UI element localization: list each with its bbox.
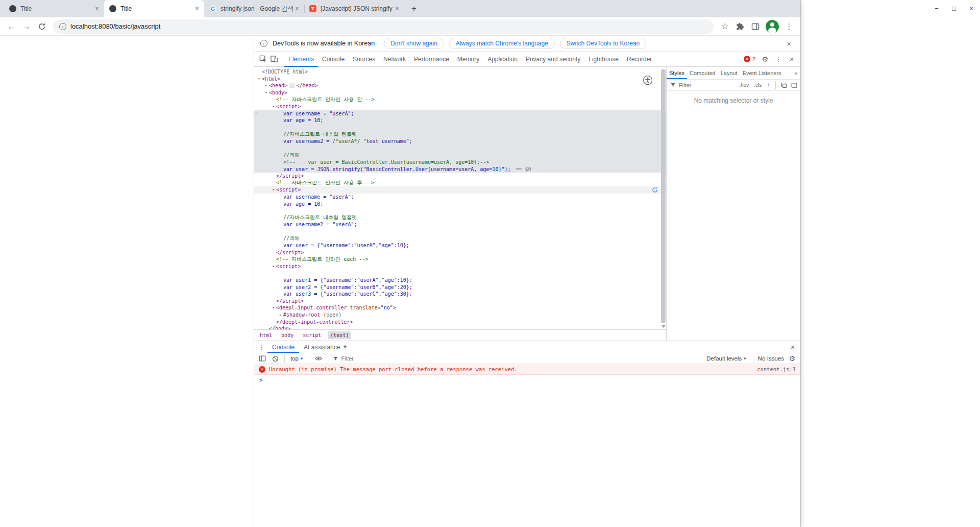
styles-tab-layout[interactable]: Layout xyxy=(718,67,740,79)
dom-tree-row[interactable]: <!-- 자바스크립트 인라인 each --> xyxy=(254,256,666,263)
device-toolbar-icon[interactable] xyxy=(268,54,280,65)
accessibility-icon[interactable] xyxy=(642,74,654,86)
forward-button[interactable]: → xyxy=(19,19,34,34)
devtools-tab-network[interactable]: Network xyxy=(379,52,410,67)
console-filter-input[interactable] xyxy=(341,355,703,362)
settings-gear-icon[interactable]: ⚙ xyxy=(760,54,771,65)
extensions-icon[interactable] xyxy=(733,19,747,34)
dom-tree-row[interactable]: </script> xyxy=(254,173,666,180)
dom-tree-row[interactable]: ▾<body> xyxy=(254,89,666,97)
error-source-link[interactable]: content.js:1 xyxy=(757,366,796,372)
tab-ai-assistance[interactable]: AI assistance xyxy=(299,341,352,353)
maximize-icon[interactable]: □ xyxy=(949,3,959,13)
styles-tab-computed[interactable]: Computed xyxy=(687,67,718,79)
browser-tab[interactable]: T[Javascript] JSON stringify 사용× xyxy=(304,0,404,17)
devtools-menu-icon[interactable]: ⋮ xyxy=(773,54,784,65)
dom-tree-row[interactable] xyxy=(254,207,666,214)
expand-arrow-icon[interactable]: ▾ xyxy=(263,90,269,95)
dom-tree-row[interactable]: //자바스크립트 내추럴 템플릿 xyxy=(254,131,666,138)
tab-close-icon[interactable]: × xyxy=(93,5,101,13)
dom-tree-row[interactable]: var age = 10; xyxy=(254,200,666,207)
infobar-button[interactable]: Always match Chrome's language xyxy=(449,38,555,49)
devtools-tab-sources[interactable]: Sources xyxy=(349,52,379,67)
drawer-menu-icon[interactable]: ⋮ xyxy=(256,342,267,353)
tab-close-icon[interactable]: × xyxy=(293,5,301,13)
layers-icon[interactable] xyxy=(780,81,788,89)
dom-tree-row[interactable] xyxy=(254,124,666,131)
new-tab-button[interactable]: + xyxy=(407,2,421,15)
devtools-close-icon[interactable]: × xyxy=(786,54,797,65)
devtools-tab-lighthouse[interactable]: Lighthouse xyxy=(584,52,623,67)
devtools-tab-console[interactable]: Console xyxy=(318,52,349,67)
dom-tree-row[interactable]: ▾<deepl-input-controller translate="no"> xyxy=(254,304,666,312)
devtools-tab-performance[interactable]: Performance xyxy=(410,52,453,67)
browser-tab[interactable]: Title× xyxy=(104,0,204,17)
devtools-tab-privacy-and-security[interactable]: Privacy and security xyxy=(522,52,584,67)
breadcrumb-item[interactable]: script xyxy=(300,331,324,339)
expand-arrow-icon[interactable]: ▾ xyxy=(271,264,276,269)
dom-tree-row[interactable]: ▸<head>…</head> xyxy=(254,82,666,89)
dom-tree-row[interactable]: var user2 = {"username":"userB","age":20… xyxy=(254,283,666,291)
dom-tree-row[interactable]: ▾<html> xyxy=(254,76,666,83)
dom-tree-row[interactable]: var user3 = {"username":"userC","age":30… xyxy=(254,291,666,298)
elements-scrollbar[interactable] xyxy=(661,69,666,330)
reload-button[interactable] xyxy=(35,19,49,34)
dom-tree-row[interactable]: </script> xyxy=(254,298,666,305)
collapse-arrow-icon[interactable]: ▸ xyxy=(278,313,283,317)
tab-close-icon[interactable]: × xyxy=(193,5,201,13)
dom-tree-row[interactable]: var username2 = /*userA*/ "test username… xyxy=(254,138,666,145)
collapse-arrow-icon[interactable]: ▸ xyxy=(263,83,269,88)
dom-tree-row[interactable]: var user = {"username":"userA","age":10}… xyxy=(254,242,666,249)
expand-arrow-icon[interactable]: ▾ xyxy=(256,77,262,81)
browser-tab[interactable]: Gstringify json - Google 검색× xyxy=(204,0,304,17)
dom-tree-row[interactable]: var user = JSON.stringify("BasicControll… xyxy=(254,165,666,173)
dom-tree-row[interactable]: var age = 10; xyxy=(254,117,666,124)
site-info-icon[interactable]: i xyxy=(59,23,66,30)
infobar-button[interactable]: Switch DevTools to Korean xyxy=(560,38,646,49)
dom-tree-row[interactable]: //객체 xyxy=(254,235,666,242)
scrollbar-thumb[interactable] xyxy=(661,69,666,323)
dom-tree-row[interactable]: <!-- 자바스크립트 인라인 사용 전 --> xyxy=(254,96,666,103)
dom-tree-row[interactable]: <!-- var user = BasicController.User(use… xyxy=(254,159,666,166)
styles-toggle-cls[interactable]: .cls xyxy=(752,82,763,88)
infobar-button[interactable]: Don't show again xyxy=(384,38,444,49)
scrollbar-down-arrow[interactable] xyxy=(662,325,666,328)
sidebar-toggle-icon[interactable] xyxy=(790,81,798,89)
browser-menu-icon[interactable]: ⋮ xyxy=(782,19,796,34)
devtools-tab-memory[interactable]: Memory xyxy=(453,52,483,67)
dom-tree-row[interactable]: ▾<script> xyxy=(254,186,666,194)
dom-tree-row[interactable]: </script> xyxy=(254,249,666,256)
dom-tree-row[interactable] xyxy=(254,228,666,235)
breadcrumb-item[interactable]: (text) xyxy=(328,331,351,339)
dom-tree-row[interactable]: ▾<script> xyxy=(254,263,666,270)
breadcrumb-item[interactable]: body xyxy=(279,331,296,339)
row-menu-icon[interactable]: ⋯ xyxy=(255,110,257,115)
console-sidebar-icon[interactable] xyxy=(257,353,268,364)
back-button[interactable]: ← xyxy=(4,19,18,34)
dom-tree-row[interactable]: ⋯var username = "userA"; xyxy=(254,110,666,117)
live-expression-eye-icon[interactable] xyxy=(313,353,324,364)
dom-tree-row[interactable]: //자바스크립트 내추럴 템플릿 xyxy=(254,214,666,221)
issues-counter[interactable]: No Issues xyxy=(758,355,784,362)
devtools-tab-elements[interactable]: Elements xyxy=(284,52,318,67)
minimize-icon[interactable]: − xyxy=(932,3,941,13)
console-settings-icon[interactable]: ⚙ xyxy=(787,353,798,364)
styles-filter-input[interactable] xyxy=(679,82,736,88)
dom-tree-row[interactable]: var username2 = "userA"; xyxy=(254,221,666,228)
side-panel-icon[interactable] xyxy=(748,19,763,34)
breadcrumb-item[interactable]: html xyxy=(257,331,275,339)
styles-tab-styles[interactable]: Styles xyxy=(667,67,687,79)
profile-avatar[interactable] xyxy=(766,20,779,33)
styles-toggle-[interactable]: + xyxy=(765,82,771,88)
styles-tab-event-listeners[interactable]: Event Listeners xyxy=(740,67,784,79)
drawer-close-icon[interactable]: × xyxy=(787,342,798,353)
dom-tree-row[interactable]: <!-- 자바스크립트 인라인 사용 후 --> xyxy=(254,180,666,187)
log-levels-dropdown[interactable]: Default levels xyxy=(704,355,748,362)
url-input[interactable] xyxy=(70,22,707,30)
address-bar[interactable]: i xyxy=(53,19,714,34)
dom-tree-row[interactable]: </deepl-input-controller> xyxy=(254,318,666,325)
dom-tree-row[interactable] xyxy=(254,270,666,277)
infobar-close-icon[interactable]: × xyxy=(787,39,791,48)
error-badge[interactable]: × 2 xyxy=(744,56,755,62)
dom-tree-row[interactable]: var user1 = {"username":"userA","age":10… xyxy=(254,277,666,284)
